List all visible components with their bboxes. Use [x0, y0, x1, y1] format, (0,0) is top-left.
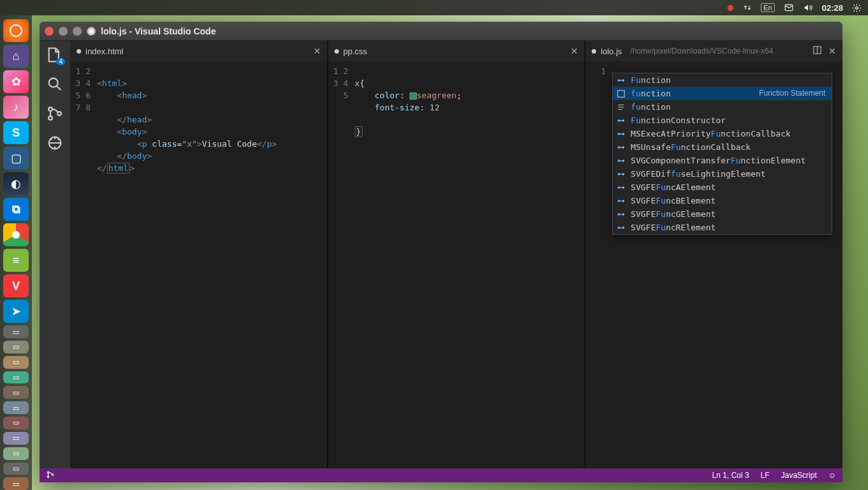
svg-point-28 — [622, 226, 625, 229]
launcher-screenshot[interactable]: ▢ — [3, 147, 29, 170]
launcher-skype[interactable]: S — [3, 121, 29, 144]
window-maximize-button[interactable] — [73, 27, 82, 36]
svg-point-19 — [618, 173, 620, 175]
launcher-app[interactable]: ▭ — [3, 386, 29, 399]
tab-close-button[interactable]: ✕ — [313, 46, 321, 56]
git-icon[interactable] — [46, 105, 64, 122]
line-numbers: 1 — [585, 61, 612, 468]
launcher-steam[interactable]: ◐ — [3, 172, 29, 195]
tab-index-html[interactable]: index.html — [77, 47, 123, 56]
suggestion-item[interactable]: SVGFEFuncBElement — [613, 194, 832, 207]
suggestion-item[interactable]: SVGFEDiffuseLightingElement — [613, 167, 832, 181]
code-editor[interactable]: 1 2 3 4 5 6 7 8 <html> <head> </head> <b… — [70, 61, 327, 468]
launcher-app[interactable]: ▭ — [3, 463, 29, 475]
suggestion-kind-icon — [617, 116, 625, 125]
launcher-app[interactable]: ▭ — [3, 477, 29, 490]
debug-icon[interactable] — [46, 134, 64, 152]
suggestion-item[interactable]: MSExecAtPriorityFunctionCallback — [613, 127, 832, 140]
launcher-app[interactable]: ▭ — [3, 341, 29, 353]
svg-point-4 — [49, 116, 52, 120]
launcher-app[interactable]: ▭ — [3, 371, 29, 384]
suggestion-item[interactable]: SVGFEFuncRElement — [613, 221, 832, 234]
system-topbar: En 02:28 — [0, 0, 868, 15]
svg-point-13 — [618, 133, 620, 135]
network-icon[interactable] — [743, 3, 752, 12]
launcher-app[interactable]: ▭ — [3, 432, 29, 445]
activity-bar: 4 — [40, 41, 70, 468]
launcher-app[interactable]: ⌂ — [3, 45, 29, 68]
suggestion-item[interactable]: MSUnsafeFunctionCallback — [613, 140, 832, 154]
line-numbers: 1 2 3 4 5 — [328, 61, 355, 468]
launcher-app[interactable]: ▭ — [3, 356, 29, 369]
svg-point-21 — [618, 186, 620, 189]
autocomplete-popup[interactable]: FunctionfunctionFunction Statementfuncti… — [612, 73, 832, 235]
suggestion-item[interactable]: FunctionConstructor — [613, 114, 832, 127]
explorer-icon[interactable]: 4 — [46, 46, 64, 64]
launcher-app[interactable]: ▭ — [3, 417, 29, 429]
launcher-vscode[interactable]: ⧉ — [3, 198, 29, 221]
vscode-window: lolo.js - Visual Studio Code 4 — [40, 22, 842, 482]
code-area[interactable]: x{ color: seagreen; font-size: 12 } — [355, 61, 585, 468]
launcher-music[interactable]: ♪ — [3, 96, 29, 119]
launcher-app[interactable]: ▭ — [3, 401, 29, 414]
status-feedback-icon[interactable]: ☺ — [828, 471, 836, 480]
suggestion-item[interactable]: function — [613, 100, 832, 114]
svg-point-20 — [622, 173, 625, 175]
status-language[interactable]: JavaScript — [781, 471, 817, 480]
tab-label: lolo.js — [601, 47, 622, 56]
explorer-badge: 4 — [56, 58, 65, 65]
svg-point-15 — [618, 146, 620, 149]
status-cursor-position[interactable]: Ln 1, Col 3 — [712, 471, 749, 480]
launcher-docs[interactable]: ≡ — [3, 249, 29, 272]
modified-dot-icon — [77, 49, 81, 54]
suggestion-item[interactable]: SVGComponentTransferFunctionElement — [613, 154, 832, 167]
tab-close-button[interactable]: ✕ — [828, 46, 836, 56]
launcher-vivaldi[interactable]: V — [3, 274, 29, 297]
window-minimize-button[interactable] — [59, 27, 68, 36]
suggestion-item[interactable]: SVGFEFuncGElement — [613, 207, 832, 221]
svg-point-22 — [622, 186, 625, 189]
launcher-app[interactable]: ▭ — [3, 447, 29, 460]
clock[interactable]: 02:28 — [822, 3, 843, 13]
launcher-ubuntu-dash[interactable] — [3, 19, 29, 42]
tab-close-button[interactable]: ✕ — [571, 46, 578, 56]
mail-icon[interactable] — [784, 3, 794, 12]
suggestion-kind-icon — [617, 223, 625, 232]
keyboard-layout-indicator[interactable]: En — [761, 3, 774, 12]
svg-point-12 — [622, 119, 625, 122]
tab-lolo-js[interactable]: lolo.js /home/pixel/Downloads/VSCode-lin… — [592, 47, 773, 56]
code-area[interactable]: <html> <head> </head> <body> <p class="x… — [97, 61, 327, 468]
status-eol[interactable]: LF — [761, 471, 770, 480]
code-editor[interactable]: 1 2 3 4 5 x{ color: seagreen; font-size:… — [328, 61, 585, 468]
launcher-app[interactable]: ▭ — [3, 325, 29, 338]
suggestion-kind-icon — [617, 156, 625, 165]
tab-pp-css[interactable]: pp.css — [334, 47, 368, 56]
suggestion-item[interactable]: functionFunction Statement — [613, 87, 832, 100]
suggestion-kind-icon — [617, 89, 625, 98]
launcher-telegram[interactable]: ➤ — [3, 300, 29, 323]
modified-dot-icon — [334, 49, 339, 54]
gear-icon[interactable] — [852, 3, 862, 13]
svg-point-5 — [57, 112, 61, 115]
window-titlebar[interactable]: lolo.js - Visual Studio Code — [40, 22, 842, 41]
launcher-app[interactable]: ✿ — [3, 70, 29, 93]
suggestion-hint: Function Statement — [759, 87, 828, 100]
launcher-chrome[interactable] — [3, 223, 29, 246]
code-area[interactable]: fu FunctionfunctionFunction Statementfun… — [612, 61, 842, 468]
svg-point-2 — [49, 78, 58, 87]
suggestion-item[interactable]: SVGFEFuncAElement — [613, 181, 832, 194]
split-editor-icon[interactable] — [812, 45, 822, 57]
status-git-icon[interactable] — [46, 472, 55, 481]
svg-point-17 — [618, 160, 620, 162]
svg-point-24 — [622, 200, 625, 202]
search-icon[interactable] — [46, 75, 64, 93]
svg-point-26 — [622, 213, 625, 216]
svg-point-29 — [47, 471, 49, 473]
sound-icon[interactable] — [803, 3, 813, 12]
code-editor[interactable]: 1 fu FunctionfunctionFunction Statementf… — [585, 61, 842, 468]
record-indicator[interactable] — [727, 4, 734, 11]
suggestion-item[interactable]: Function — [613, 73, 832, 87]
svg-point-1 — [856, 6, 858, 9]
window-close-button[interactable] — [45, 27, 54, 36]
suggestion-kind-icon — [617, 210, 625, 219]
